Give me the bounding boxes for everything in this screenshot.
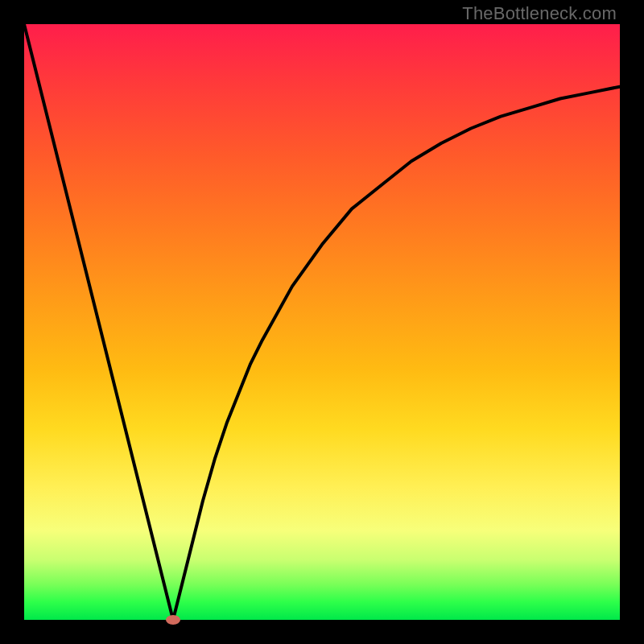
bottleneck-curve [24,24,620,620]
chart-frame: TheBottleneck.com [0,0,644,644]
watermark-label: TheBottleneck.com [462,3,617,24]
min-point-marker [166,615,180,625]
plot-area [24,24,620,620]
